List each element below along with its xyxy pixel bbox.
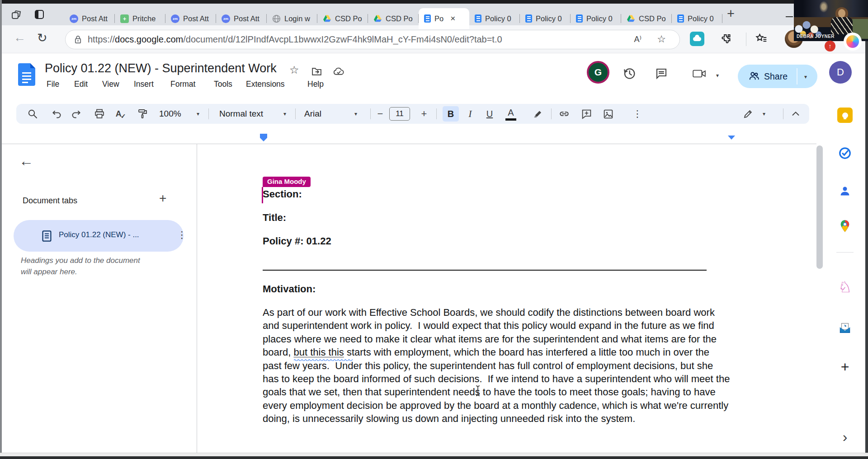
menu-tools[interactable]: Tools [214,80,232,89]
search-menus-icon[interactable] [26,104,39,124]
insert-image-icon[interactable] [602,104,614,124]
menu-view[interactable]: View [102,80,119,89]
tab-label: Policy 0 [536,14,562,23]
scrollbar-thumb[interactable] [816,145,823,269]
italic-button[interactable]: I [464,104,476,124]
back-icon[interactable]: ← [14,31,26,45]
close-sidebar-icon[interactable]: ← [19,153,33,169]
editing-mode-icon[interactable] [742,104,755,124]
menu-extensions[interactable]: Extensions [246,80,285,89]
zoom-level[interactable]: 100% [159,104,181,124]
docs-logo-icon[interactable] [18,63,35,86]
menu-format[interactable]: Format [170,80,195,89]
read-aloud-icon[interactable]: A⁾ [634,34,642,44]
new-tab-button[interactable]: + [727,6,735,21]
keep-icon[interactable] [837,108,853,123]
collaborator-avatar[interactable]: G [587,61,609,84]
toolbar-overflow-icon[interactable]: ⋮ [631,104,644,124]
menu-insert[interactable]: Insert [134,80,154,89]
contacts-icon[interactable] [837,183,853,199]
doc-heading-policy[interactable]: Policy #: 01.22 [263,235,331,247]
star-document-icon[interactable]: ☆ [289,64,299,76]
right-indent-marker[interactable] [728,136,735,140]
styles-caret-icon[interactable]: ▾ [278,104,291,124]
expand-rail-icon[interactable]: › [837,429,853,445]
favorites-list-icon[interactable] [755,33,768,47]
add-panel-icon[interactable]: + [837,359,853,375]
doc-heading-title[interactable]: Title: [263,212,286,224]
reload-icon[interactable]: ↻ [37,31,47,45]
menu-edit[interactable]: Edit [74,80,88,89]
mail-extension-icon[interactable] [837,321,853,336]
share-dropdown-caret-icon[interactable]: ▾ [804,74,807,80]
menu-file[interactable]: File [47,80,59,89]
version-history-icon[interactable] [622,66,637,83]
paragraph-line[interactable]: doing, is unnecessarily slowing us down … [263,413,635,425]
tab-actions-icon[interactable] [34,9,44,21]
collapse-toolbar-icon[interactable] [789,104,802,124]
spellcheck-icon[interactable]: A✓ [114,104,127,124]
cloud-extension-icon[interactable] [690,32,704,46]
document-tab-item[interactable]: Policy 01.22 (NEW) - ... ⋮ [14,220,184,252]
paragraph-line[interactable]: board, but this this starts with employm… [263,347,709,358]
docs-header: Policy 01.22 (NEW) - Superintendent Work… [2,54,826,103]
close-tab-icon[interactable]: × [450,14,455,23]
tasks-icon[interactable] [837,145,853,161]
tab-label: CSD Po [335,14,362,23]
unicorn-extension-icon[interactable]: ♘ [837,279,853,295]
paragraph-line[interactable]: goals that we set, then that superintend… [263,386,716,398]
camera-dropdown-caret-icon[interactable]: ▾ [716,72,719,79]
font-caret-icon[interactable]: ▾ [349,104,362,124]
add-comment-icon[interactable] [580,104,593,124]
workspaces-icon[interactable] [11,9,22,22]
share-label: Share [764,71,788,82]
paragraph-line[interactable]: past few years. Under this policy, the s… [263,360,713,372]
move-folder-icon[interactable] [311,66,322,79]
paragraph-line[interactable]: As part of our work with Effective Schoo… [263,307,715,318]
increase-font-icon[interactable]: + [418,104,430,124]
document-title[interactable]: Policy 01.22 (NEW) - Superintendent Work [45,61,277,75]
comments-icon[interactable] [655,67,668,82]
tab-options-icon[interactable]: ⋮ [177,230,187,240]
mode-caret-icon[interactable]: ▾ [758,104,770,124]
paint-format-icon[interactable] [137,104,149,124]
bold-button[interactable]: B [443,106,459,122]
browser-profile-avatar[interactable]: D [829,61,852,84]
paragraph-style-select[interactable]: Normal text [219,104,263,124]
add-tab-icon[interactable]: + [159,191,166,206]
font-size-value[interactable]: 11 [389,107,410,121]
share-people-icon [748,70,760,84]
insert-link-icon[interactable] [558,104,571,124]
share-button[interactable]: Share ▾ [738,65,817,88]
redo-icon[interactable] [70,104,82,124]
paragraph-line[interactable]: every employment decision be approved by… [263,400,728,412]
address-bar[interactable]: https://docs.google.com/document/d/12lPI… [65,30,680,49]
maps-icon[interactable] [837,219,853,234]
favorite-star-icon[interactable]: ☆ [657,33,666,45]
doc-heading-section[interactable]: Section: [263,188,302,200]
minimize-button[interactable] [786,16,793,17]
left-indent-marker[interactable] [260,134,267,138]
paragraph-line[interactable]: has to keep the board informed of such d… [263,373,730,385]
tab-label: Post Att [234,14,259,23]
font-select[interactable]: Arial [304,104,321,124]
copilot-icon[interactable] [844,33,862,51]
extensions-puzzle-icon[interactable] [720,33,732,47]
doc-heading-motivation[interactable]: Motivation: [263,283,316,295]
zoom-caret-icon[interactable]: ▾ [192,104,204,124]
doc-tab-label: Policy 01.22 (NEW) - ... [59,230,139,239]
cloud-status-icon[interactable] [333,66,345,79]
paragraph-line[interactable]: and superintendent work in policy. I wou… [263,320,714,332]
meet-camera-icon[interactable] [692,67,706,82]
undo-icon[interactable] [51,104,63,124]
menu-help[interactable]: Help [307,80,324,89]
doc-tab-icon [41,230,53,244]
paragraph-line[interactable]: places where we need to make it clear wh… [263,333,717,345]
text-color-button[interactable]: A [505,107,516,121]
highlight-color-icon[interactable] [532,104,544,124]
underline-button[interactable]: U [483,104,496,124]
print-icon[interactable] [93,104,106,124]
decrease-font-icon[interactable]: − [374,104,387,124]
notification-badge-icon[interactable]: ↑ [825,41,835,52]
browser-tab[interactable]: Po× [419,8,469,29]
